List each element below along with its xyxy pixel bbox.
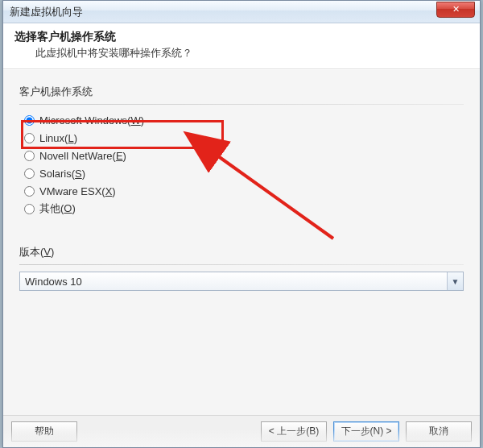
radio-label: 其他(O) bbox=[39, 201, 76, 216]
os-radio--[interactable]: 其他(O) bbox=[23, 200, 464, 218]
divider bbox=[19, 104, 464, 105]
os-radio-group: Microsoft Windows(W)Linux(L)Novell NetWa… bbox=[19, 111, 464, 218]
titlebar: 新建虚拟机向导 ✕ bbox=[3, 1, 480, 23]
os-radio-vmware-esx[interactable]: VMware ESX(X) bbox=[23, 182, 464, 200]
os-radio-linux[interactable]: Linux(L) bbox=[23, 129, 464, 147]
radio-input[interactable] bbox=[24, 204, 35, 214]
radio-input[interactable] bbox=[24, 186, 35, 197]
radio-input[interactable] bbox=[24, 115, 35, 126]
radio-label: Microsoft Windows(W) bbox=[39, 114, 144, 127]
version-selected-value: Windows 10 bbox=[25, 276, 82, 288]
radio-input[interactable] bbox=[24, 133, 35, 143]
radio-input[interactable] bbox=[24, 168, 35, 179]
radio-label: Linux(L) bbox=[39, 132, 77, 144]
os-radio-solaris[interactable]: Solaris(S) bbox=[23, 164, 464, 182]
radio-input[interactable] bbox=[24, 151, 35, 161]
version-label: 版本(V) bbox=[19, 245, 464, 259]
divider bbox=[19, 264, 464, 265]
window-title: 新建虚拟机向导 bbox=[10, 5, 83, 19]
radio-label: VMware ESX(X) bbox=[39, 185, 116, 197]
close-button[interactable]: ✕ bbox=[436, 2, 475, 18]
version-block: 版本(V) Windows 10 ▼ bbox=[19, 245, 464, 291]
os-radio-microsoft-windows[interactable]: Microsoft Windows(W) bbox=[23, 111, 464, 129]
radio-label: Solaris(S) bbox=[39, 168, 85, 180]
radio-label: Novell NetWare(E) bbox=[39, 150, 126, 162]
os-group-label: 客户机操作系统 bbox=[19, 85, 464, 99]
wizard-window: 新建虚拟机向导 ✕ 选择客户机操作系统 此虚拟机中将安装哪种操作系统？ 客户机操… bbox=[2, 0, 481, 448]
header-block: 选择客户机操作系统 此虚拟机中将安装哪种操作系统？ bbox=[3, 23, 480, 69]
close-icon: ✕ bbox=[452, 4, 460, 15]
os-radio-novell-netware[interactable]: Novell NetWare(E) bbox=[23, 147, 464, 164]
header-subtitle: 此虚拟机中将安装哪种操作系统？ bbox=[14, 46, 469, 60]
wizard-body: 客户机操作系统 Microsoft Windows(W)Linux(L)Nove… bbox=[3, 69, 480, 416]
chevron-down-icon: ▼ bbox=[447, 272, 463, 290]
version-select[interactable]: Windows 10 ▼ bbox=[19, 272, 464, 291]
header-title: 选择客户机操作系统 bbox=[14, 30, 469, 44]
footer: 帮助 < 上一步(B) 下一步(N) > 取消 bbox=[3, 415, 480, 447]
